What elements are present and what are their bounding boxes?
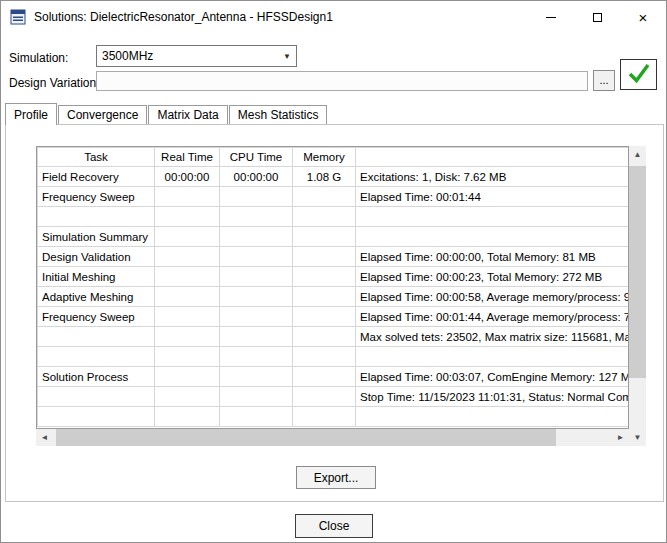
table-cell (220, 367, 293, 387)
table-cell (293, 227, 356, 247)
table-cell (220, 187, 293, 207)
table-cell: Elapsed Time: 00:01:44 (356, 187, 630, 207)
tab-profile[interactable]: Profile (5, 103, 57, 125)
table-cell: Excitations: 1, Disk: 7.62 MB (356, 167, 630, 187)
table-cell: Elapsed Time: 00:03:07, ComEngine Memory… (356, 367, 630, 387)
table-cell: Field Recovery (38, 167, 155, 187)
profile-table-body: Field Recovery00:00:0000:00:001.08 GExci… (38, 167, 630, 427)
table-cell: Initial Meshing (38, 267, 155, 287)
table-cell (220, 327, 293, 347)
table-cell: Solution Process (38, 367, 155, 387)
table-cell: Max solved tets: 23502, Max matrix size:… (356, 327, 630, 347)
scroll-down-icon[interactable]: ▼ (629, 429, 646, 446)
table-cell (38, 347, 155, 367)
maximize-icon (593, 13, 602, 22)
table-cell (38, 327, 155, 347)
table-cell (220, 207, 293, 227)
table-row[interactable]: Solution ProcessElapsed Time: 00:03:07, … (38, 367, 630, 387)
maximize-button[interactable] (574, 1, 620, 33)
table-cell (293, 187, 356, 207)
table-cell (155, 367, 220, 387)
table-cell (155, 327, 220, 347)
column-header: Task (38, 148, 155, 167)
table-cell (356, 207, 630, 227)
chevron-down-icon: ▼ (278, 52, 296, 61)
table-row[interactable]: Field Recovery00:00:0000:00:001.08 GExci… (38, 167, 630, 187)
table-row[interactable]: Design ValidationElapsed Time: 00:00:00,… (38, 247, 630, 267)
table-cell (356, 347, 630, 367)
table-cell (38, 407, 155, 427)
column-header: Real Time (155, 148, 220, 167)
apply-check-button[interactable] (620, 59, 657, 90)
table-cell (155, 267, 220, 287)
table-cell (293, 267, 356, 287)
tab-convergence[interactable]: Convergence (58, 105, 147, 124)
table-row[interactable]: Initial MeshingElapsed Time: 00:00:23, T… (38, 267, 630, 287)
design-variation-label: Design Variation: (9, 76, 100, 90)
table-row[interactable]: Adaptive MeshingElapsed Time: 00:00:58, … (38, 287, 630, 307)
vertical-scrollbar[interactable]: ▲ ▼ (629, 146, 646, 446)
table-header-row: TaskReal TimeCPU TimeMemory (38, 148, 630, 167)
title-bar[interactable]: Solutions: DielectricResonator_Antenna -… (1, 1, 666, 33)
design-variation-input[interactable] (96, 71, 588, 91)
table-row[interactable] (38, 407, 630, 427)
table-cell (155, 287, 220, 307)
table-cell: Frequency Sweep (38, 307, 155, 327)
close-button[interactable]: × (620, 1, 666, 33)
simulation-dropdown[interactable]: 3500MHz ▼ (96, 45, 297, 67)
minimize-button[interactable] (528, 1, 574, 33)
table-cell (293, 347, 356, 367)
table-cell (155, 307, 220, 327)
table-row[interactable]: Frequency SweepElapsed Time: 00:01:44 (38, 187, 630, 207)
horizontal-scrollbar-thumb[interactable] (56, 429, 556, 446)
table-cell (293, 247, 356, 267)
scroll-left-icon[interactable]: ◄ (36, 429, 53, 446)
table-cell (38, 387, 155, 407)
scroll-right-icon[interactable]: ► (612, 429, 629, 446)
table-cell (293, 327, 356, 347)
column-header: CPU Time (220, 148, 293, 167)
tab-mesh-statistics[interactable]: Mesh Statistics (229, 105, 328, 124)
table-cell (155, 187, 220, 207)
table-row[interactable] (38, 347, 630, 367)
table-cell (38, 207, 155, 227)
table-cell (293, 407, 356, 427)
table-row[interactable]: Stop Time: 11/15/2023 11:01:31, Status: … (38, 387, 630, 407)
app-icon (10, 9, 26, 25)
table-cell: Stop Time: 11/15/2023 11:01:31, Status: … (356, 387, 630, 407)
column-header (356, 148, 630, 167)
table-cell (155, 347, 220, 367)
table-cell (220, 287, 293, 307)
table-row[interactable]: Simulation Summary (38, 227, 630, 247)
table-cell: Simulation Summary (38, 227, 155, 247)
close-dialog-button[interactable]: Close (295, 514, 373, 538)
profile-table-grid: TaskReal TimeCPU TimeMemory Field Recove… (37, 147, 629, 427)
table-row[interactable]: Frequency SweepElapsed Time: 00:01:44, A… (38, 307, 630, 327)
table-cell: Elapsed Time: 00:01:44, Average memory/p… (356, 307, 630, 327)
table-cell (155, 227, 220, 247)
table-cell (220, 247, 293, 267)
table-cell: Elapsed Time: 00:00:23, Total Memory: 27… (356, 267, 630, 287)
tab-strip: Profile Convergence Matrix Data Mesh Sta… (5, 103, 328, 124)
table-row[interactable] (38, 207, 630, 227)
browse-button[interactable]: ... (593, 70, 615, 91)
table-cell (155, 407, 220, 427)
horizontal-scrollbar[interactable]: ◄ ► (36, 429, 629, 446)
minimize-icon (546, 17, 556, 18)
table-cell (220, 347, 293, 367)
table-row[interactable]: Max solved tets: 23502, Max matrix size:… (38, 327, 630, 347)
table-cell (155, 207, 220, 227)
table-cell: 1.08 G (293, 167, 356, 187)
close-icon: × (639, 10, 648, 25)
vertical-scrollbar-thumb[interactable] (629, 166, 646, 378)
table-cell: Adaptive Meshing (38, 287, 155, 307)
table-cell (155, 387, 220, 407)
table-cell (220, 227, 293, 247)
profile-table: TaskReal TimeCPU TimeMemory Field Recove… (36, 146, 629, 429)
export-button[interactable]: Export... (296, 466, 376, 489)
table-cell: Frequency Sweep (38, 187, 155, 207)
tab-matrix-data[interactable]: Matrix Data (148, 105, 227, 124)
table-cell (356, 227, 630, 247)
table-cell (293, 287, 356, 307)
scroll-up-icon[interactable]: ▲ (629, 146, 646, 163)
